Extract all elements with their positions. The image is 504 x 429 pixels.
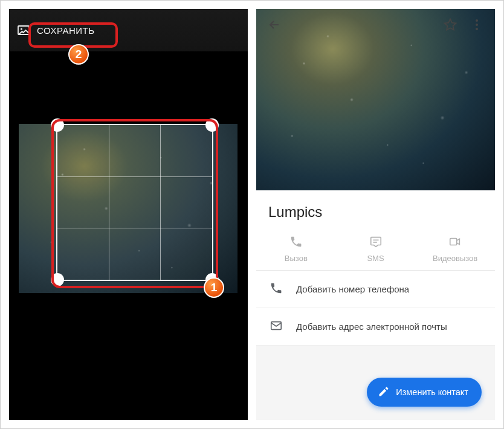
edit-contact-fab[interactable]: Изменить контакт: [367, 378, 482, 407]
sms-label: SMS: [367, 254, 384, 263]
contact-detail-screen: Lumpics Вызов SMS Видеовызов Добавить но…: [256, 9, 495, 420]
svg-point-3: [476, 24, 478, 26]
add-phone-row[interactable]: Добавить номер телефона: [256, 271, 495, 308]
crop-handle-top-right[interactable]: [205, 118, 219, 132]
svg-point-2: [476, 19, 478, 22]
crop-handle-bottom-left[interactable]: [51, 273, 64, 286]
picture-icon: [16, 23, 31, 37]
email-icon: [270, 319, 283, 334]
phone-icon: [289, 235, 303, 250]
svg-point-4: [476, 28, 478, 30]
favorite-button[interactable]: [438, 13, 462, 39]
svg-point-1: [21, 28, 22, 30]
crop-handle-top-left[interactable]: [51, 118, 64, 132]
video-action[interactable]: Видеовызов: [415, 235, 495, 263]
message-icon: [369, 235, 383, 250]
step-badge-2: 2: [68, 44, 89, 65]
add-email-row[interactable]: Добавить адрес электронной почты: [256, 308, 495, 346]
sms-action[interactable]: SMS: [336, 235, 416, 263]
save-button[interactable]: СОХРАНИТЬ: [16, 23, 95, 37]
pencil-icon: [378, 385, 390, 399]
video-icon: [448, 235, 462, 250]
crop-editor-screen: СОХРАНИТЬ 1 2: [9, 9, 248, 420]
contact-photo-header: [256, 9, 495, 190]
header-actions: [256, 9, 495, 43]
video-label: Видеовызов: [433, 254, 477, 263]
contact-actions-row: Вызов SMS Видеовызов: [256, 231, 495, 271]
call-label: Вызов: [285, 254, 308, 263]
svg-rect-5: [450, 239, 457, 245]
step-badge-1: 1: [204, 277, 224, 298]
save-label: СОХРАНИТЬ: [37, 25, 95, 36]
fab-label: Изменить контакт: [396, 387, 468, 397]
contact-name: Lumpics: [256, 190, 495, 231]
crop-box[interactable]: [56, 124, 213, 281]
add-phone-label: Добавить номер телефона: [296, 284, 409, 294]
crop-header: СОХРАНИТЬ: [9, 9, 248, 51]
more-menu-button[interactable]: [465, 13, 489, 39]
back-button[interactable]: [262, 13, 286, 39]
add-email-label: Добавить адрес электронной почты: [296, 321, 447, 332]
phone-icon: [270, 282, 283, 297]
call-action[interactable]: Вызов: [256, 235, 336, 263]
